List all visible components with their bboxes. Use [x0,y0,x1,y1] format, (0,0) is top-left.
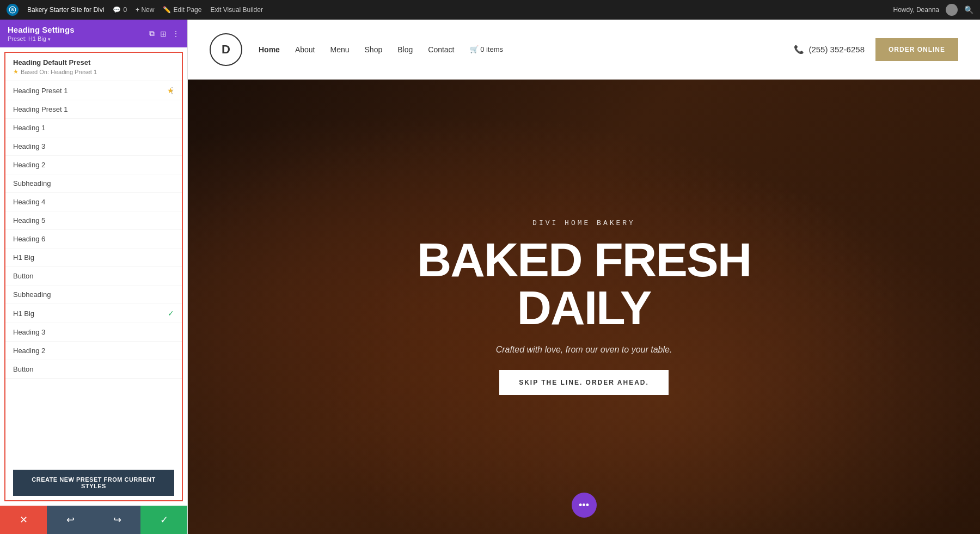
preset-list-item[interactable]: Heading 4 [5,193,182,211]
create-preset-button[interactable]: CREATE NEW PRESET FROM CURRENT STYLES [13,470,174,496]
preset-items-container: Heading Preset 1★Heading Preset 1Heading… [5,81,182,379]
cancel-button[interactable]: ✕ [0,506,47,534]
copy-icon[interactable]: ⧉ [149,29,155,38]
hero-cta-button[interactable]: SKIP THE LINE. ORDER AHEAD. [499,370,669,395]
preset-item-label: Button [13,272,174,280]
edit-page[interactable]: ✏️ Edit Page [163,6,201,14]
phone-icon: 📞 [794,45,804,54]
exit-visual-builder[interactable]: Exit Visual Builder [210,6,263,14]
preset-item-label: Heading 6 [13,235,174,243]
nav-link-blog[interactable]: Blog [397,45,413,54]
nav-link-home[interactable]: Home [259,45,280,54]
panel-header-content: Heading Settings Preset: H1 Big ▾ [8,25,75,42]
star-icon: ★ [13,68,19,75]
preset-list-item[interactable]: Heading 5 [5,211,182,230]
admin-bar-site: Bakery Starter Site for Divi [27,6,104,14]
cart-link[interactable]: 🛒 0 items [470,45,504,53]
preset-list-item[interactable]: Subheading [5,286,182,304]
hero-section: DIVI HOME BAKERY BAKED FRESH DAILY Craft… [188,80,980,534]
preset-list-item[interactable]: Heading 2 [5,342,182,360]
preset-item-label: Heading 3 [13,142,174,150]
svg-text:W: W [11,8,15,11]
redo-icon: ↪ [113,514,121,526]
preset-list-item[interactable]: Button [5,360,182,379]
default-preset-row[interactable]: Heading Default Preset ★ Based On: Headi… [5,53,182,81]
preset-list: ⋮ Heading Preset 1★Heading Preset 1Headi… [5,81,182,465]
nav-link-menu[interactable]: Menu [330,45,350,54]
default-preset-title: Heading Default Preset [13,58,174,66]
list-more-options-icon[interactable]: ⋮ [168,86,176,96]
admin-search-icon[interactable]: 🔍 [964,5,973,14]
hero-title-line2: DAILY [417,284,751,332]
nav-link-shop[interactable]: Shop [365,45,383,54]
preset-item-label: H1 Big [13,253,174,262]
site-nav-right: 📞 (255) 352-6258 ORDER ONLINE [794,38,958,61]
bottom-action-bar: ✕ ↩ ↪ ✓ [0,506,187,534]
panel-header-icons: ⧉ ⊞ ⋮ [149,29,180,38]
preset-list-item[interactable]: H1 Big✓ [5,304,182,323]
preset-item-label: Heading Preset 1 [13,87,167,95]
howdy-text: Howdy, Deanna [893,6,940,14]
undo-icon: ↩ [66,514,75,526]
dots-icon: ••• [579,500,589,511]
preset-item-label: Heading Preset 1 [13,105,174,113]
main-layout: Heading Settings Preset: H1 Big ▾ ⧉ ⊞ ⋮ … [0,20,980,534]
save-button[interactable]: ✓ [140,506,187,534]
pencil-icon: ✏️ [163,6,171,14]
grid-icon[interactable]: ⊞ [160,29,167,38]
order-online-button[interactable]: ORDER ONLINE [875,38,958,61]
wp-logo[interactable]: W [7,4,19,16]
nav-link-about[interactable]: About [295,45,315,54]
x-icon: ✕ [20,514,28,526]
admin-bar-right: Howdy, Deanna 🔍 [893,4,974,16]
preset-box: Heading Default Preset ★ Based On: Headi… [4,52,183,501]
admin-bar: W Bakery Starter Site for Divi 💬0 + New … [0,0,980,20]
preset-list-item[interactable]: Heading 3 [5,323,182,342]
hero-title-line1: BAKED FRESH [417,236,751,284]
hero-title: BAKED FRESH DAILY [417,236,751,332]
preset-item-label: Heading 3 [13,328,174,336]
preset-item-label: Heading 4 [13,198,174,206]
undo-button[interactable]: ↩ [47,506,94,534]
preset-list-item[interactable]: Heading 3 [5,137,182,156]
check-icon: ✓ [160,514,168,526]
preset-item-label: Subheading [13,290,174,299]
preset-list-item[interactable]: Heading 6 [5,230,182,248]
user-avatar[interactable] [946,4,958,16]
panel-header: Heading Settings Preset: H1 Big ▾ ⧉ ⊞ ⋮ [0,20,187,47]
preset-item-label: Button [13,365,174,373]
preset-item-label: Subheading [13,179,174,187]
site-preview: D HomeAboutMenuShopBlogContact🛒 0 items … [188,20,980,534]
preset-list-item[interactable]: Button [5,267,182,286]
site-nav: D HomeAboutMenuShopBlogContact🛒 0 items … [188,20,980,80]
site-name[interactable]: Bakery Starter Site for Divi [27,6,104,14]
nav-link-contact[interactable]: Contact [428,45,454,54]
more-options-icon[interactable]: ⋮ [172,29,180,38]
preset-item-label: H1 Big [13,310,168,318]
preset-item-label: Heading 5 [13,216,174,224]
default-preset-sub: ★ Based On: Heading Preset 1 [13,68,174,75]
hero-subtitle: DIVI HOME BAKERY [417,219,751,227]
checkmark-icon: ✓ [168,309,174,318]
preset-item-label: Heading 2 [13,161,174,169]
chevron-down-icon: ▾ [48,37,51,42]
redo-button[interactable]: ↪ [94,506,140,534]
preset-list-item[interactable]: Subheading [5,174,182,193]
preset-list-item[interactable]: H1 Big [5,248,182,267]
comment-count[interactable]: 💬0 [113,6,127,14]
panel-preset-label[interactable]: Preset: H1 Big ▾ [8,35,75,42]
left-panel: Heading Settings Preset: H1 Big ▾ ⧉ ⊞ ⋮ … [0,20,188,534]
preset-list-item[interactable]: Heading Preset 1★ [5,81,182,100]
new-item[interactable]: + New [136,6,154,14]
preset-list-item[interactable]: Heading Preset 1 [5,100,182,119]
site-nav-links: HomeAboutMenuShopBlogContact🛒 0 items [259,45,503,54]
phone-display: 📞 (255) 352-6258 [794,45,865,54]
floating-dots-button[interactable]: ••• [572,493,597,518]
preset-list-item[interactable]: Heading 1 [5,119,182,137]
preset-item-label: Heading 2 [13,347,174,355]
preset-list-item[interactable]: Heading 2 [5,156,182,174]
panel-title: Heading Settings [8,25,75,34]
hero-description: Crafted with love, from our oven to your… [417,345,751,355]
hero-content: DIVI HOME BAKERY BAKED FRESH DAILY Craft… [417,219,751,395]
preset-item-label: Heading 1 [13,124,174,132]
